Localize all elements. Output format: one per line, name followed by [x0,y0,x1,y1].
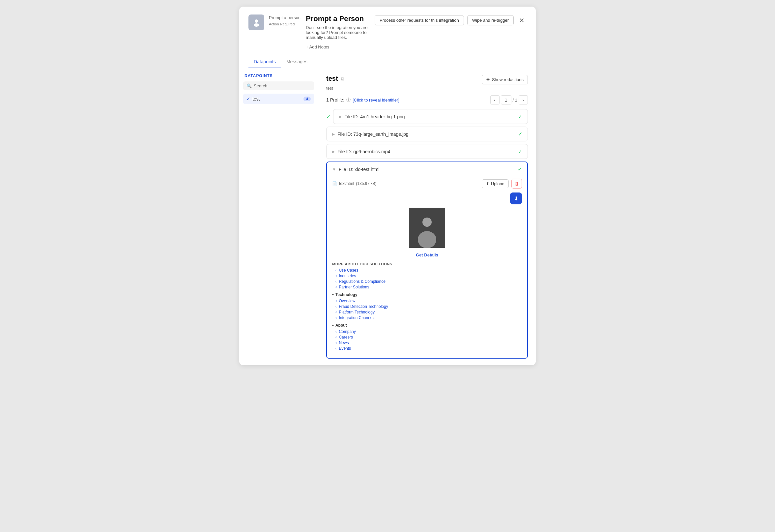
upload-button[interactable]: ⬆ Upload [482,179,509,188]
solutions-fraud-detection[interactable]: Fraud Detection Technology [335,304,522,309]
file-check-mark-3: ✓ [518,148,522,154]
panel-title: test [326,75,338,82]
file-row-1-wrap: ✓ ▶ File ID: 4m1-header-bg-1.png ✓ [326,109,528,124]
copy-icon[interactable]: ⧉ [341,76,344,82]
sidebar-item-label: test [252,96,260,101]
file-row-1[interactable]: ▶ File ID: 4m1-header-bg-1.png ✓ [333,109,528,124]
sidebar-item-test[interactable]: ✓ test 4 [243,94,314,104]
reveal-identifier-link[interactable]: [Click to reveal identifier] [352,98,400,102]
file-label-4: File ID: xlo-test.html [339,167,379,172]
solutions-about-list: Company Careers News Events [332,329,522,351]
main-panel: test ⧉ 👁 Show redactions test 1 Profile:… [318,68,536,365]
file-label-3: File ID: qp6-aerobics.mp4 [337,149,390,154]
files-list: ✓ ▶ File ID: 4m1-header-bg-1.png ✓ [326,109,528,359]
header-subtitle: Don't see the integration you are lookin… [306,25,374,40]
solutions-news[interactable]: News [335,341,522,345]
file-row-3[interactable]: ▶ File ID: qp6-aerobics.mp4 ✓ [326,144,528,159]
file-check-mark-1: ✓ [518,113,522,120]
header-actions: Process other requests for this integrat… [374,14,527,25]
file-check-1: ✓ [326,109,330,120]
file-check-mark-4: ✓ [518,166,522,172]
delete-button[interactable]: 🗑 [512,179,522,188]
header-left: Prompt a Person Don't see the integratio… [306,14,374,55]
solutions-about-header: About [332,323,522,328]
file-size: (135.97 kB) [356,181,376,186]
content-area: DATAPOINTS 🔍 ✓ test 4 test ⧉ [239,68,536,365]
solutions-events[interactable]: Events [335,346,522,351]
process-requests-button[interactable]: Process other requests for this integrat… [374,15,464,25]
solutions-use-cases-list: Use Cases Industries Regulations & Compl… [332,268,522,290]
download-button[interactable]: ⬇ [510,192,522,204]
search-icon: 🔍 [246,83,252,88]
solutions-integration-channels[interactable]: Integration Channels [335,316,522,320]
show-redactions-button[interactable]: 👁 Show redactions [482,75,528,84]
expand-icon-2: ▶ [332,132,335,136]
svg-point-2 [423,217,432,227]
download-icon: ⬇ [514,195,518,202]
svg-point-1 [254,23,259,27]
info-icon: ⓘ [346,97,350,103]
solutions-platform-technology[interactable]: Platform Technology [335,310,522,315]
tab-messages[interactable]: Messages [281,55,313,68]
search-input[interactable] [254,83,311,88]
solutions-header: MORE ABOUT OUR SOLUTIONS [332,262,522,266]
profile-row: 1 Profile: ⓘ [Click to reveal identifier… [326,95,528,104]
person-name: Prompt a person [269,15,300,20]
svg-point-3 [418,231,436,248]
file-label-1: File ID: 4m1-header-bg-1.png [344,114,405,119]
solutions-technology-list: Overview Fraud Detection Technology Plat… [332,299,522,320]
file-row-2[interactable]: ▶ File ID: 73q-large_earth_image.jpg ✓ [326,126,528,141]
check-icon: ✓ [246,96,250,101]
wipe-retrigger-button[interactable]: Wipe and re-trigger [467,15,514,25]
solutions-overview[interactable]: Overview [335,299,522,303]
avatar [248,14,264,30]
expanded-file-content: 📄 text/html (135.97 kB) ⬆ Upload [326,174,528,359]
expand-icon-4: ▼ [332,167,336,172]
close-button[interactable]: ✕ [517,16,527,24]
upload-icon: ⬆ [486,181,490,186]
get-details-link[interactable]: Get Details [332,252,522,257]
svg-point-0 [255,19,258,23]
eye-icon: 👁 [486,77,490,82]
sidebar-badge: 4 [303,97,311,101]
page-title: Prompt a Person [306,14,374,23]
add-notes-button[interactable]: + Add Notes [306,44,329,49]
solutions-regulations[interactable]: Regulations & Compliance [335,279,522,284]
panel-subtitle: test [326,86,528,91]
profile-label: 1 Profile: [326,97,344,102]
search-box: 🔍 [243,81,314,90]
expand-icon-1: ▶ [339,114,342,119]
page-input[interactable] [501,95,512,104]
expand-icon-3: ▶ [332,149,335,154]
page-total: / 1 [513,98,517,102]
file-type-icon: 📄 [332,181,337,186]
sidebar-title: DATAPOINTS [243,73,314,78]
preview-image [391,208,463,248]
panel-header-row: test ⧉ 👁 Show redactions [326,75,528,84]
file-label-2: File ID: 73q-large_earth_image.jpg [337,131,409,137]
page-next-button[interactable]: › [519,95,528,104]
sidebar: DATAPOINTS 🔍 ✓ test 4 [239,68,318,365]
solutions-technology-header: Technology [332,292,522,297]
file-type: text/html [339,181,354,186]
main-card: Prompt a person Action Required Prompt a… [239,7,536,365]
solutions-careers[interactable]: Careers [335,335,522,340]
solutions-industries[interactable]: Industries [335,274,522,278]
preview-area: Get Details MORE ABOUT OUR SOLUTIONS Use… [332,208,522,351]
solutions-section: MORE ABOUT OUR SOLUTIONS Use Cases Indus… [332,262,522,351]
tabs-row: Datapoints Messages [239,55,536,68]
page-prev-button[interactable]: ‹ [490,95,500,104]
solutions-partner[interactable]: Partner Solutions [335,285,522,290]
card-header: Prompt a person Action Required Prompt a… [239,7,536,55]
solutions-use-cases[interactable]: Use Cases [335,268,522,273]
tab-datapoints[interactable]: Datapoints [248,55,281,68]
trash-icon: 🗑 [515,181,519,186]
solutions-company[interactable]: Company [335,329,522,334]
pagination: ‹ / 1 › [490,95,528,104]
file-check-mark-2: ✓ [518,131,522,137]
action-required-label: Action Required [269,22,300,26]
file-row-4-wrap: ▼ File ID: xlo-test.html ✓ 📄 text/html (… [326,161,528,359]
file-meta-row: 📄 text/html (135.97 kB) ⬆ Upload [332,179,522,188]
